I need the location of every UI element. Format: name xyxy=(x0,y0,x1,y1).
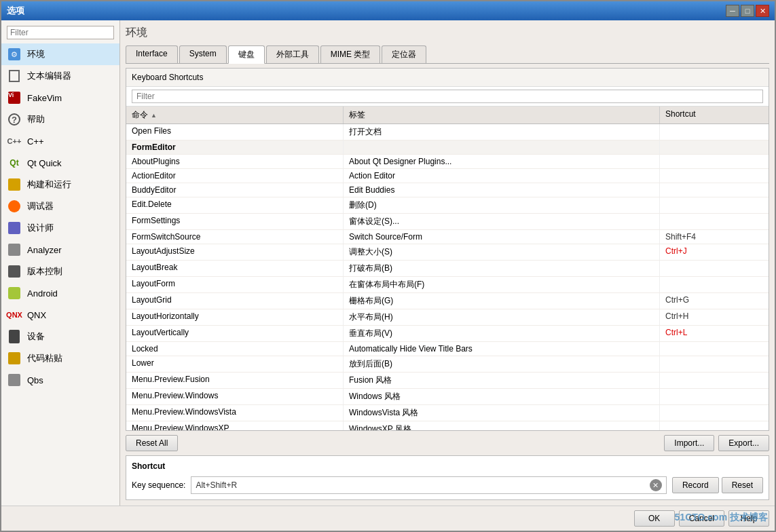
sidebar-item-qtquick[interactable]: Qt Qt Quick xyxy=(1,152,119,174)
env-icon: ⚙ xyxy=(7,47,22,62)
sidebar-item-qnx[interactable]: QNX QNX xyxy=(1,304,119,326)
col-header-label: 标签 xyxy=(344,107,660,124)
sidebar-item-label: QNX xyxy=(27,310,46,320)
shortcut-section: Shortcut Key sequence: Alt+Shift+R ✕ Rec… xyxy=(126,455,769,500)
sidebar-item-qbs[interactable]: Qbs xyxy=(1,369,119,391)
sidebar-item-label: 设计师 xyxy=(27,222,54,234)
sidebar-item-debug[interactable]: 调试器 xyxy=(1,195,119,217)
cpp-icon: C++ xyxy=(7,134,22,149)
sidebar-item-design[interactable]: 设计师 xyxy=(1,217,119,239)
record-button[interactable]: Record xyxy=(672,477,719,493)
sidebar-item-label: 帮助 xyxy=(27,113,45,126)
table-row[interactable]: Open Files 打开文档 xyxy=(126,124,769,140)
table-row[interactable]: Menu.Preview.Windows Windows 风格 xyxy=(126,389,769,405)
shortcut-row: Key sequence: Alt+Shift+R ✕ Record Reset xyxy=(132,476,763,494)
cancel-button[interactable]: Cancel xyxy=(679,510,724,527)
export-button[interactable]: Export... xyxy=(718,435,769,451)
sidebar-item-text[interactable]: 文本编辑器 xyxy=(1,65,119,87)
tab-keyboard[interactable]: 键盘 xyxy=(228,45,265,64)
table-row[interactable]: LayoutForm 在窗体布局中布局(F) xyxy=(126,277,769,293)
col-header-cmd: 命令 ▲ xyxy=(126,107,344,124)
table-row[interactable]: FormSwitchSource Switch Source/Form Shif… xyxy=(126,230,769,244)
window-title: 选项 xyxy=(7,5,24,17)
sidebar-item-label: 版本控制 xyxy=(27,265,62,278)
table-row[interactable]: FormEditor xyxy=(126,140,769,155)
table-row[interactable]: ActionEditor Action Editor xyxy=(126,169,769,183)
sidebar-item-label: Qt Quick xyxy=(27,158,62,168)
table-row[interactable]: LayoutBreak 打破布局(B) xyxy=(126,261,769,277)
sidebar-item-label: Analyzer xyxy=(27,245,62,255)
main-window: 选项 ─ □ ✕ ⚙ 环境 文本编辑器 Vi FakeVim xyxy=(0,0,776,532)
window-controls: ─ □ ✕ xyxy=(726,5,769,17)
sidebar-item-cpp[interactable]: C++ C++ xyxy=(1,130,119,152)
table-row[interactable]: Edit.Delete 删除(D) xyxy=(126,197,769,214)
key-sequence-label: Key sequence: xyxy=(132,480,185,490)
table-row[interactable]: FormSettings 窗体设定(S)... xyxy=(126,214,769,230)
help-button[interactable]: Help xyxy=(728,510,769,527)
reset-all-button[interactable]: Reset All xyxy=(126,435,178,451)
ok-button[interactable]: OK xyxy=(634,510,675,527)
main-content: ⚙ 环境 文本编辑器 Vi FakeVim ? 帮助 C++ C++ Qt Qt xyxy=(1,20,775,506)
android-icon xyxy=(7,286,22,301)
tab-external[interactable]: 外部工具 xyxy=(266,45,319,63)
table-row[interactable]: Menu.Preview.WindowsXP WindowsXP 风格 xyxy=(126,421,769,430)
panel-title: 环境 xyxy=(126,26,769,40)
qnx-icon: QNX xyxy=(7,307,22,322)
device-icon xyxy=(7,329,22,344)
sidebar-item-label: 文本编辑器 xyxy=(27,70,71,82)
sidebar-item-help[interactable]: ? 帮助 xyxy=(1,109,119,130)
table-row[interactable]: BuddyEditor Edit Buddies xyxy=(126,183,769,197)
sidebar-item-build[interactable]: 构建和运行 xyxy=(1,174,119,195)
tab-mime[interactable]: MIME 类型 xyxy=(320,45,381,63)
sidebar-item-device[interactable]: 设备 xyxy=(1,326,119,347)
table-row[interactable]: Menu.Preview.Fusion Fusion 风格 xyxy=(126,373,769,389)
sidebar-item-vcs[interactable]: 版本控制 xyxy=(1,261,119,282)
shortcuts-header: Keyboard Shortcuts xyxy=(126,69,769,87)
import-button[interactable]: Import... xyxy=(664,435,714,451)
qbs-icon xyxy=(7,373,22,387)
sidebar-item-fakevim[interactable]: Vi FakeVim xyxy=(1,87,119,109)
maximize-button[interactable]: □ xyxy=(741,5,754,17)
sidebar-filter-box xyxy=(7,26,114,39)
tab-locator[interactable]: 定位器 xyxy=(382,45,426,63)
table-row[interactable]: LayoutGrid 栅格布局(G) Ctrl+G xyxy=(126,293,769,309)
sidebar-item-label: C++ xyxy=(27,136,44,147)
sidebar-item-label: Qbs xyxy=(27,375,43,385)
bottom-buttons: Reset All Import... Export... xyxy=(126,431,769,455)
analyzer-icon xyxy=(7,242,22,257)
table-row[interactable]: LayoutHorizontally 水平布局(H) Ctrl+H xyxy=(126,309,769,326)
table-row[interactable]: Locked Automatically Hide View Title Bar… xyxy=(126,342,769,356)
design-icon xyxy=(7,221,22,235)
table-row[interactable]: LayoutVertically 垂直布局(V) Ctrl+L xyxy=(126,326,769,342)
shortcuts-filter-box xyxy=(126,87,769,107)
titlebar: 选项 ─ □ ✕ xyxy=(1,1,775,20)
table-row[interactable]: Menu.Preview.WindowsVista WindowsVista 风… xyxy=(126,405,769,421)
sidebar-item-env[interactable]: ⚙ 环境 xyxy=(1,43,119,65)
sidebar-item-label: 代码粘贴 xyxy=(27,352,62,364)
table-row[interactable]: AboutPlugins About Qt Designer Plugins..… xyxy=(126,155,769,169)
minimize-button[interactable]: ─ xyxy=(726,5,739,17)
shortcut-reset-button[interactable]: Reset xyxy=(722,477,763,493)
col-header-shortcut: Shortcut xyxy=(660,107,769,124)
sidebar-filter-input[interactable] xyxy=(7,26,114,39)
shortcuts-filter-input[interactable] xyxy=(132,90,763,103)
sidebar-item-label: 构建和运行 xyxy=(27,178,71,191)
debug-icon xyxy=(7,199,22,214)
sort-arrow-icon: ▲ xyxy=(151,112,157,119)
key-sequence-value: Alt+Shift+R xyxy=(196,480,650,490)
tab-system[interactable]: System xyxy=(179,45,227,63)
right-panel: 环境 Interface System 键盘 外部工具 MIME 类型 定位器 … xyxy=(120,20,775,506)
text-editor-icon xyxy=(7,69,22,83)
close-button[interactable]: ✕ xyxy=(756,5,769,17)
sidebar-item-analyzer[interactable]: Analyzer xyxy=(1,239,119,261)
fakevim-icon: Vi xyxy=(7,90,22,105)
shortcut-clear-button[interactable]: ✕ xyxy=(650,479,662,491)
sidebar-item-android[interactable]: Android xyxy=(1,282,119,304)
sidebar-item-codepaste[interactable]: 代码粘贴 xyxy=(1,347,119,369)
table-header: 命令 ▲ 标签 Shortcut xyxy=(126,107,769,124)
table-row[interactable]: LayoutAdjustSize 调整大小(S) Ctrl+J xyxy=(126,244,769,261)
shortcut-section-title: Shortcut xyxy=(132,461,763,471)
tab-interface[interactable]: Interface xyxy=(126,45,178,63)
table-body: Open Files 打开文档 FormEditor AboutPlugins … xyxy=(126,124,769,430)
table-row[interactable]: Lower 放到后面(B) xyxy=(126,356,769,373)
